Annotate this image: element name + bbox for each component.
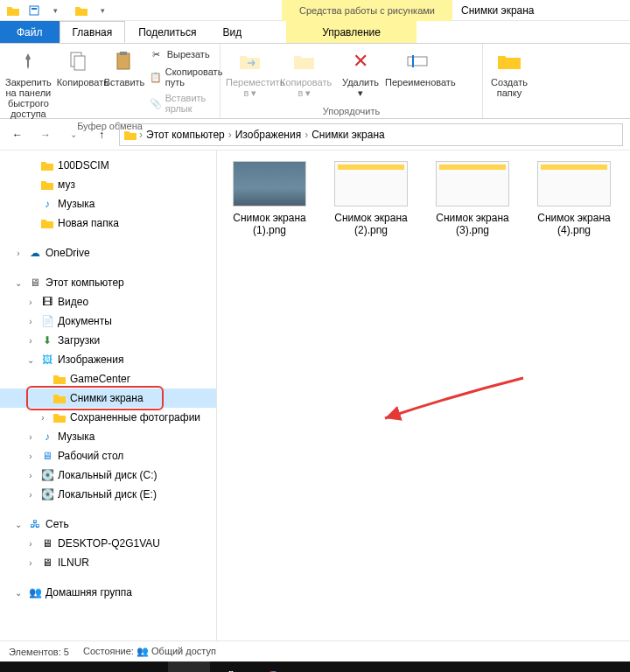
title-bar: ▾ ▾ Средства работы с рисунками Снимки э…: [0, 0, 630, 21]
network-icon: 🖧: [28, 517, 42, 531]
tree-item-pictures[interactable]: ⌄🖼Изображения: [0, 350, 216, 369]
tab-view[interactable]: Вид: [209, 21, 255, 43]
copy-label: Копировать: [57, 77, 108, 88]
tab-file[interactable]: Файл: [0, 21, 60, 43]
folder-icon: [52, 410, 66, 424]
rename-icon: [403, 47, 431, 75]
back-button[interactable]: ←: [7, 124, 28, 145]
disk-icon: 💽: [40, 468, 54, 482]
quick-access-toolbar: ▾ ▾: [0, 2, 116, 19]
tree-item[interactable]: 100DSCIM: [0, 156, 216, 175]
pc-icon: 🖥: [40, 556, 54, 570]
tree-item[interactable]: ›💽Локальный диск (E:): [0, 485, 216, 504]
tree-item-screenshots[interactable]: Снимки экрана: [0, 388, 216, 408]
thumbnail: [233, 161, 306, 206]
tree-item[interactable]: ›Сохраненные фотографии: [0, 408, 216, 427]
tab-share[interactable]: Поделиться: [125, 21, 209, 43]
tree-item[interactable]: муз: [0, 175, 216, 194]
paste-button[interactable]: Вставить: [102, 46, 144, 89]
properties-icon[interactable]: [24, 2, 44, 19]
tree-item[interactable]: ›🖥DESKTOP-Q2G1VAU: [0, 534, 216, 553]
copy-path-button[interactable]: 📋Скопировать путь: [146, 65, 228, 89]
start-button[interactable]: [0, 662, 42, 672]
disk-icon: 💽: [40, 487, 54, 501]
desktop-icon: 🖥: [40, 449, 54, 463]
crumb-screenshots[interactable]: Снимки экрана: [310, 129, 387, 141]
svg-rect-3: [74, 56, 85, 70]
move-to-button[interactable]: Переместить в ▾: [224, 46, 276, 101]
tree-item[interactable]: ›📄Документы: [0, 312, 216, 331]
pictures-icon: 🖼: [40, 353, 54, 367]
svg-rect-6: [408, 57, 427, 66]
path-icon: 📋: [150, 70, 162, 84]
paste-icon: [109, 47, 137, 75]
tree-item[interactable]: ›⬇Загрузки: [0, 331, 216, 350]
homegroup-icon: 👥: [28, 585, 42, 599]
file-item[interactable]: Снимок экрана (2).png: [329, 161, 413, 236]
tree-item-network[interactable]: ⌄🖧Сеть: [0, 514, 216, 534]
music-icon: ♪: [40, 430, 54, 444]
tree-item-onedrive[interactable]: ›☁OneDrive: [0, 243, 216, 262]
ribbon-tabs: Файл Главная Поделиться Вид Управление: [0, 21, 630, 44]
pc-icon: 🖥: [40, 536, 54, 550]
copy-to-button[interactable]: Копировать в ▾: [278, 46, 331, 101]
up-button[interactable]: ↑: [91, 124, 112, 145]
tree-item[interactable]: ›🖥ILNUR: [0, 553, 216, 572]
crumb-this-pc[interactable]: Этот компьютер: [144, 129, 227, 141]
forward-button[interactable]: →: [35, 124, 56, 145]
thumbnail: [537, 161, 611, 206]
move-icon: [236, 47, 264, 75]
tree-item[interactable]: GameCenter: [0, 369, 216, 388]
contextual-tab-title: Средства работы с рисунками: [282, 0, 452, 21]
file-name: Снимок экрана (3).png: [430, 212, 514, 236]
explorer-button[interactable]: [168, 662, 210, 672]
status-bar: Элементов: 5 Состояние: 👥 Общий доступ: [0, 640, 630, 662]
tree-item[interactable]: Новая папка: [0, 214, 216, 233]
recent-dropdown[interactable]: ⌄: [63, 124, 84, 145]
status-count-label: Элементов:: [9, 647, 61, 657]
folder-icon: [40, 178, 54, 192]
new-folder-icon: [495, 47, 523, 75]
content-pane[interactable]: Снимок экрана (1).png Снимок экрана (2).…: [217, 150, 630, 640]
chrome-button[interactable]: [252, 662, 294, 672]
copy-button[interactable]: Копировать: [55, 46, 101, 89]
file-item[interactable]: Снимок экрана (1).png: [228, 161, 312, 236]
group-organize-label: Упорядочить: [224, 106, 479, 118]
navigation-tree[interactable]: 100DSCIM муз ♪Музыка Новая папка ›☁OneDr…: [0, 150, 217, 640]
address-bar[interactable]: › Этот компьютер › Изображения › Снимки …: [119, 123, 623, 146]
edge-button[interactable]: [126, 662, 168, 672]
qat-dropdown-icon[interactable]: ▾: [93, 2, 112, 19]
svg-rect-4: [117, 53, 130, 69]
paste-shortcut-button[interactable]: 📎Вставить ярлык: [146, 91, 228, 116]
document-icon: 📄: [40, 314, 54, 328]
pin-quick-access-button[interactable]: Закрепить на панели быстрого доступа: [4, 46, 53, 121]
tree-item[interactable]: ♪Музыка: [0, 194, 216, 214]
cut-button[interactable]: ✂Вырезать: [146, 46, 228, 63]
tab-manage[interactable]: Управление: [286, 21, 416, 43]
rename-button[interactable]: Переименовать: [383, 46, 452, 89]
tree-item-this-pc[interactable]: ⌄🖥Этот компьютер: [0, 273, 216, 292]
main-area: 100DSCIM муз ♪Музыка Новая папка ›☁OneDr…: [0, 150, 630, 640]
tree-item[interactable]: ›🖥Рабочий стол: [0, 446, 216, 466]
qat-dropdown-icon[interactable]: ▾: [46, 2, 65, 19]
crumb-pictures[interactable]: Изображения: [234, 129, 303, 141]
file-item[interactable]: Снимок экрана (4).png: [532, 161, 616, 236]
task-view-button[interactable]: [84, 662, 126, 672]
pin-label: Закрепить на панели быстрого доступа: [5, 77, 52, 119]
tree-item[interactable]: ›🎞Видео: [0, 292, 216, 312]
folder-icon: [40, 158, 54, 172]
folder-icon: [72, 2, 91, 19]
pc-icon: 🖥: [28, 276, 42, 290]
tree-item[interactable]: ›♪Музыка: [0, 427, 216, 446]
store-button[interactable]: [210, 662, 252, 672]
file-item[interactable]: Снимок экрана (3).png: [430, 161, 514, 236]
tree-item[interactable]: ›💽Локальный диск (C:): [0, 466, 216, 485]
search-button[interactable]: [42, 662, 84, 672]
paste-label: Вставить: [104, 77, 145, 88]
ribbon: Закрепить на панели быстрого доступа Коп…: [0, 44, 630, 119]
tree-item-homegroup[interactable]: ⌄👥Домашняя группа: [0, 583, 216, 602]
status-state: Общий доступ: [151, 646, 216, 656]
delete-button[interactable]: ✕ Удалить ▾: [340, 46, 382, 101]
tab-home[interactable]: Главная: [60, 21, 126, 43]
new-folder-button[interactable]: Создать папку: [486, 46, 532, 100]
